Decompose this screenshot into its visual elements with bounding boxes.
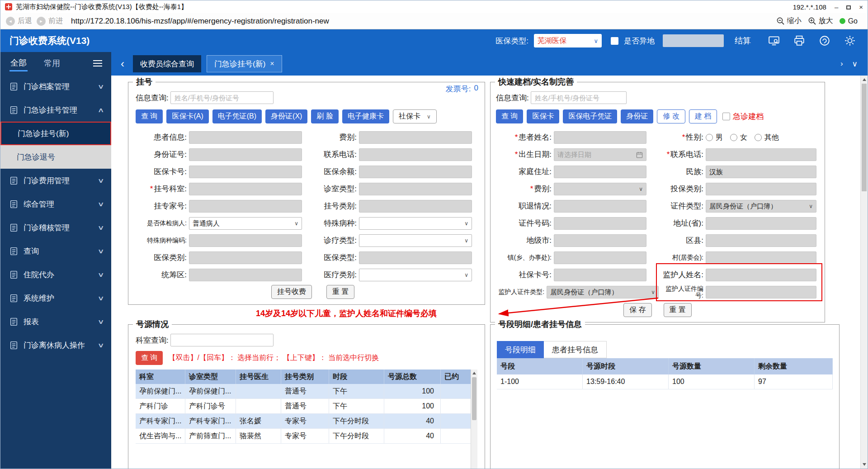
tab-patient-reg-info[interactable]: 患者挂号信息	[544, 341, 607, 358]
tab-segment-detail[interactable]: 号段明细	[497, 341, 544, 358]
sidebar-item[interactable]: 门诊离休病人操作∨	[0, 333, 111, 357]
column-header[interactable]: 挂号医生	[236, 370, 281, 384]
field-select[interactable]: 居民身份证（户口簿）∨	[706, 200, 816, 213]
minimize-button[interactable]: –	[835, 4, 838, 10]
radio-option[interactable]: 其他	[755, 133, 779, 142]
field-input[interactable]	[554, 234, 646, 247]
back-button[interactable]: ◄ 后退	[6, 16, 32, 26]
dept-search-input[interactable]	[170, 334, 274, 346]
sidebar-item[interactable]: 门急诊退号	[0, 145, 111, 169]
screen-query-icon[interactable]	[768, 35, 780, 47]
table-row[interactable]: 产科门诊产科门诊号普通号下午100	[136, 399, 477, 414]
tab-close-icon[interactable]: ×	[270, 60, 274, 68]
table-scrollbar[interactable]	[471, 370, 477, 469]
column-header[interactable]: 号段	[497, 358, 583, 374]
sidebar-item[interactable]: 门诊稽核管理∨	[0, 216, 111, 239]
zoom-out-button[interactable]: 缩小	[776, 16, 802, 26]
field-input[interactable]	[359, 183, 472, 195]
scroll-up-icon[interactable]	[472, 372, 476, 374]
field-input[interactable]	[359, 131, 472, 144]
field-input[interactable]	[554, 269, 646, 281]
sidebar-tab-common[interactable]: 常用	[43, 56, 61, 71]
main-scrollbar[interactable]	[860, 76, 868, 469]
field-input[interactable]	[706, 183, 816, 195]
field-input[interactable]	[706, 251, 816, 264]
field-input[interactable]	[706, 217, 816, 230]
settlement-amount-input[interactable]	[663, 34, 724, 47]
sidebar-item[interactable]: 报表∨	[0, 310, 111, 333]
field-input[interactable]	[706, 234, 816, 247]
scrollbar-thumb[interactable]	[472, 377, 476, 420]
settle-button[interactable]: 结算	[735, 35, 751, 46]
settings-gear-icon[interactable]	[844, 35, 856, 47]
field-input[interactable]	[706, 269, 816, 281]
sidebar-item[interactable]: 查询∨	[0, 239, 111, 263]
sidebar-item[interactable]: 住院代办∨	[0, 263, 111, 286]
scroll-up-icon[interactable]	[863, 78, 866, 81]
field-select[interactable]: ∨	[554, 183, 646, 195]
idcard-button[interactable]: 身份证(X)	[265, 109, 307, 123]
table-row[interactable]: 孕前保健门...孕前保健门...普通号下午100	[136, 384, 477, 399]
modify-button[interactable]: 修 改	[657, 109, 685, 123]
health-card-button[interactable]: 电子健康卡	[342, 109, 389, 123]
field-input[interactable]	[189, 269, 302, 281]
tab-emergency-registration[interactable]: 门急诊挂号(新) ×	[207, 55, 282, 72]
column-header[interactable]: 剩余数量	[755, 358, 833, 374]
insurance-card-button[interactable]: 医保卡(A)	[166, 109, 208, 123]
sidebar-item[interactable]: 门急诊挂号管理∧	[0, 98, 111, 122]
sidebar-item[interactable]: 门诊档案管理∨	[0, 75, 111, 98]
field-input[interactable]	[189, 166, 302, 178]
evoucher-button[interactable]: 电子凭证(B)	[212, 109, 262, 123]
tab-list-icon[interactable]: ∨	[852, 59, 858, 69]
field-select[interactable]: 居民身份证（户口簿）∨	[547, 286, 659, 298]
profile-insurance-card-button[interactable]: 医保卡	[527, 109, 559, 123]
sidebar-item-selected[interactable]: 门急诊挂号(新)	[0, 122, 111, 145]
insurance-type-select[interactable]: 芜湖医保 ∨	[534, 34, 602, 47]
print-icon[interactable]	[793, 35, 805, 47]
field-select[interactable]: ∨	[359, 234, 472, 247]
field-input[interactable]	[554, 200, 646, 213]
table-row[interactable]: 产科专家门...产科专家门...张名媛专家号下午分时段40	[136, 414, 477, 429]
patient-search-input[interactable]	[170, 91, 274, 104]
tab-scroll-right-icon[interactable]: ›	[840, 59, 843, 69]
source-query-button[interactable]: 查 询	[136, 351, 163, 365]
column-header[interactable]: 挂号类别	[281, 370, 329, 384]
profile-search-input[interactable]	[531, 91, 627, 104]
field-input[interactable]	[554, 131, 646, 144]
field-input[interactable]	[189, 234, 302, 247]
scrollbar-thumb[interactable]	[862, 84, 867, 191]
table-row[interactable]: 优生咨询与...产前筛查门...骆裴然专家号下午分时段40	[136, 429, 477, 444]
field-input[interactable]	[189, 148, 302, 161]
profile-idcard-button[interactable]: 身份证	[621, 109, 653, 123]
sidebar-collapse-icon[interactable]: ‹	[118, 58, 127, 69]
column-header[interactable]: 号源总数	[384, 370, 441, 384]
field-input[interactable]	[706, 286, 816, 298]
emergency-checkbox[interactable]	[722, 113, 730, 120]
field-input[interactable]	[359, 200, 472, 213]
go-button[interactable]: Go	[840, 17, 858, 25]
forward-button[interactable]: ► 前进	[37, 16, 63, 26]
field-select[interactable]: 普通病人∨	[189, 217, 302, 230]
scroll-down-icon[interactable]	[863, 463, 866, 466]
column-header[interactable]: 时段	[329, 370, 384, 384]
create-profile-button[interactable]: 建 档	[689, 109, 717, 123]
column-header[interactable]: 诊室类型	[185, 370, 236, 384]
social-card-dropdown[interactable]: 社保卡 ∨	[393, 109, 437, 123]
column-header[interactable]: 科室	[136, 370, 185, 384]
radio-option[interactable]: 男	[706, 133, 723, 142]
remote-checkbox[interactable]	[611, 37, 618, 45]
date-input[interactable]: 请选择日期	[554, 148, 646, 161]
sidebar-item[interactable]: 门诊费用管理∨	[0, 169, 111, 192]
menu-toggle-icon[interactable]	[93, 60, 102, 66]
field-input[interactable]	[189, 200, 302, 213]
field-input[interactable]	[359, 166, 472, 178]
radio-option[interactable]: 女	[730, 133, 747, 142]
field-input[interactable]	[554, 217, 646, 230]
registration-reset-button[interactable]: 重 置	[326, 285, 354, 299]
field-input[interactable]	[359, 251, 472, 264]
column-header[interactable]: 号源数量	[669, 358, 755, 374]
restore-button[interactable]	[846, 4, 851, 10]
field-input[interactable]	[359, 148, 472, 161]
field-input[interactable]	[189, 251, 302, 264]
face-scan-button[interactable]: 刷 脸	[311, 109, 338, 123]
